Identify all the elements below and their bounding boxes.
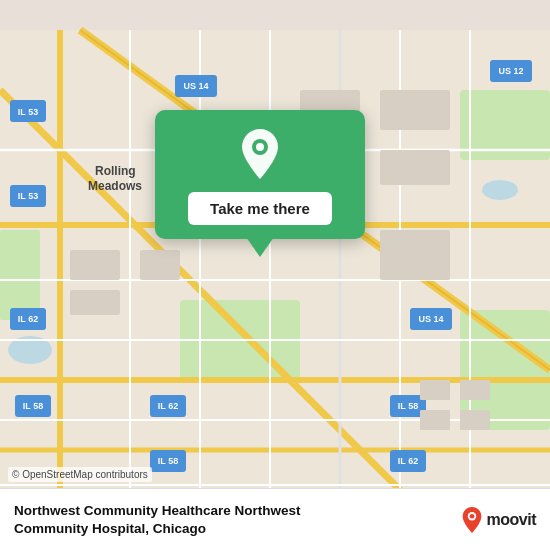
svg-text:Rolling: Rolling [95, 164, 136, 178]
svg-point-7 [482, 180, 518, 200]
map-container: IL 53 IL 53 IL 62 IL 62 US 14 US 14 US 1… [0, 0, 550, 550]
svg-text:Meadows: Meadows [88, 179, 142, 193]
svg-rect-51 [70, 290, 120, 315]
svg-text:IL 62: IL 62 [158, 401, 178, 411]
svg-rect-58 [460, 380, 490, 400]
map-attribution: © OpenStreetMap contributors [8, 467, 152, 482]
svg-rect-57 [420, 380, 450, 400]
moovit-pin-icon [461, 506, 483, 534]
svg-text:IL 62: IL 62 [18, 314, 38, 324]
svg-text:IL 53: IL 53 [18, 191, 38, 201]
svg-text:US 14: US 14 [183, 81, 208, 91]
hospital-name: Northwest Community Healthcare Northwest… [14, 502, 354, 537]
svg-text:IL 58: IL 58 [23, 401, 43, 411]
svg-rect-54 [380, 90, 450, 130]
svg-text:US 12: US 12 [498, 66, 523, 76]
location-icon-wrapper [234, 128, 286, 180]
svg-point-62 [256, 143, 264, 151]
svg-point-64 [469, 513, 474, 518]
svg-rect-56 [380, 230, 450, 280]
svg-text:IL 53: IL 53 [18, 107, 38, 117]
svg-rect-59 [420, 410, 450, 430]
svg-text:IL 58: IL 58 [158, 456, 178, 466]
svg-rect-50 [70, 250, 120, 280]
bottom-bar: Northwest Community Healthcare Northwest… [0, 488, 550, 550]
svg-text:IL 58: IL 58 [398, 401, 418, 411]
svg-rect-60 [460, 410, 490, 430]
moovit-brand-text: moovit [487, 511, 536, 529]
svg-text:IL 62: IL 62 [398, 456, 418, 466]
bottom-info: Northwest Community Healthcare Northwest… [14, 502, 451, 537]
location-pin-icon [236, 127, 284, 181]
svg-rect-55 [380, 150, 450, 185]
take-me-there-button[interactable]: Take me there [188, 192, 332, 225]
svg-text:US 14: US 14 [418, 314, 443, 324]
popup-card: Take me there [155, 110, 365, 239]
svg-rect-5 [0, 230, 40, 320]
moovit-logo: moovit [461, 506, 536, 534]
svg-rect-52 [140, 250, 180, 280]
